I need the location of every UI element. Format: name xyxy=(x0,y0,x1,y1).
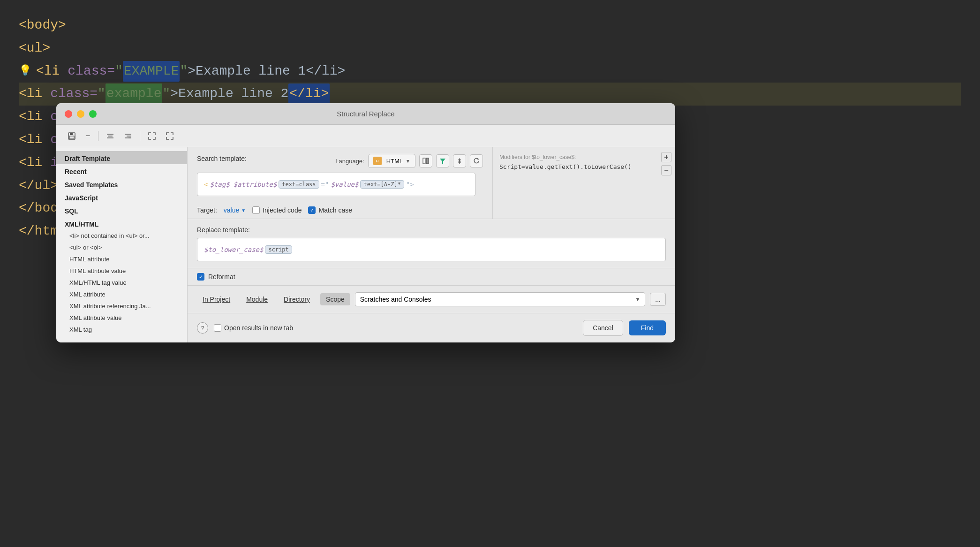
filter-button[interactable] xyxy=(436,154,449,167)
language-controls: Language: H HTML ▼ xyxy=(335,154,483,168)
svg-rect-1 xyxy=(70,133,73,135)
open-results-checkbox-item[interactable]: Open results in new tab xyxy=(214,324,293,332)
reformat-label: Reformat xyxy=(208,273,235,281)
modifiers-section: Modifiers for $to_lower_case$: Script=va… xyxy=(492,147,675,219)
sidebar-item-draft-template[interactable]: Draft Template xyxy=(56,151,187,164)
svg-rect-10 xyxy=(423,158,425,164)
template-var-attr: $attribute$ xyxy=(234,181,277,188)
separator-2 xyxy=(140,131,140,141)
language-dropdown-arrow: ▼ xyxy=(406,159,410,164)
pin-button[interactable] xyxy=(453,154,466,167)
remove-template-button[interactable]: − xyxy=(82,129,94,143)
scope-tab-directory[interactable]: Directory xyxy=(278,293,316,305)
match-case-label: Match case xyxy=(318,206,352,214)
target-value-dropdown[interactable]: value ▼ xyxy=(224,206,246,214)
align-right-button[interactable] xyxy=(120,129,136,143)
collapse-button[interactable] xyxy=(162,129,178,143)
scope-tab-module[interactable]: Module xyxy=(241,293,273,305)
dialog-body: Draft Template Recent Saved Templates Ja… xyxy=(56,147,675,342)
injected-code-checkbox-item[interactable]: Injected code xyxy=(252,206,302,214)
maximize-button[interactable] xyxy=(89,110,97,118)
open-results-checkbox[interactable] xyxy=(214,324,221,332)
code-line-3: 💡 <li class="EXAMPLE" >Example line 1</l… xyxy=(19,60,961,83)
sidebar-item-xmlhtml[interactable]: XML/HTML xyxy=(56,217,187,230)
language-select[interactable]: H HTML ▼ xyxy=(368,154,415,168)
code-line-2: <ul> xyxy=(19,37,961,60)
minimize-button[interactable] xyxy=(77,110,84,118)
scope-dropdown-arrow: ▼ xyxy=(635,296,640,302)
svg-marker-12 xyxy=(440,159,445,164)
target-row: Target: value ▼ Injected code Match case xyxy=(188,202,492,219)
modifiers-content: Modifiers for $to_lower_case$: Script=va… xyxy=(493,147,657,219)
cancel-button[interactable]: Cancel xyxy=(583,320,623,336)
scope-dropdown[interactable]: Scratches and Consoles ▼ xyxy=(355,292,646,306)
dialog-title: Structural Replace xyxy=(337,110,394,118)
separator-1 xyxy=(98,131,98,141)
dialog-footer: ? Open results in new tab Cancel Find xyxy=(188,313,675,342)
add-modifier-button[interactable]: + xyxy=(661,152,671,162)
sidebar-item-html-attribute-value[interactable]: HTML attribute value xyxy=(56,265,187,277)
sidebar-item-html-attribute[interactable]: HTML attribute xyxy=(56,253,187,265)
search-section: Search template: Language: H HTML ▼ xyxy=(188,147,675,219)
modifiers-value: Script=value.getText().toLowerCase() xyxy=(499,163,651,170)
sidebar-item-xmlhtml-tag-value[interactable]: XML/HTML tag value xyxy=(56,277,187,289)
dialog-toolbar: − xyxy=(56,125,675,147)
code-line-4: <li class="example">Example line 2</li> xyxy=(19,83,961,106)
search-template-editor[interactable]: <$tag$ $attribute$ text=class =" $value$… xyxy=(197,173,475,196)
reformat-checkbox[interactable] xyxy=(197,273,204,281)
reformat-row: Reformat xyxy=(188,268,675,286)
language-label: Language: xyxy=(335,158,364,165)
footer-right: Cancel Find xyxy=(583,320,666,336)
help-button[interactable]: ? xyxy=(197,322,208,334)
scope-row: In Project Module Directory Scope Scratc… xyxy=(188,286,675,313)
sidebar-item-xml-attr-ref[interactable]: XML attribute referencing Ja... xyxy=(56,300,187,312)
sidebar-item-xml-attribute-value[interactable]: XML attribute value xyxy=(56,312,187,324)
save-template-button[interactable] xyxy=(64,129,80,143)
expand-button[interactable] xyxy=(144,129,160,143)
language-value: HTML xyxy=(386,158,403,165)
scope-dropdown-value: Scratches and Consoles xyxy=(360,296,431,303)
sidebar-item-xml-tag[interactable]: XML tag xyxy=(56,324,187,335)
scope-more-button[interactable]: ... xyxy=(650,293,666,306)
dialog-titlebar: Structural Replace xyxy=(56,103,675,125)
structural-replace-dialog: Structural Replace − Draft Template Rece… xyxy=(56,103,675,342)
open-results-label: Open results in new tab xyxy=(224,324,293,332)
sidebar-item-sql[interactable]: SQL xyxy=(56,204,187,217)
template-tag: < xyxy=(204,181,208,188)
match-case-checkbox-item[interactable]: Match case xyxy=(308,206,352,214)
scope-tab-scope[interactable]: Scope xyxy=(320,293,350,305)
match-case-checkbox[interactable] xyxy=(308,206,316,214)
target-value-text: value xyxy=(224,206,239,214)
align-center-button[interactable] xyxy=(102,129,118,143)
remove-modifier-button[interactable]: − xyxy=(661,165,671,175)
svg-rect-2 xyxy=(69,136,74,139)
sidebar-item-saved-templates[interactable]: Saved Templates xyxy=(56,177,187,190)
search-left-panel: Search template: Language: H HTML ▼ xyxy=(188,147,492,219)
template-var-tag: $tag$ xyxy=(210,181,229,188)
scope-tab-in-project[interactable]: In Project xyxy=(197,293,236,305)
template-var-value: $value$ xyxy=(331,181,358,188)
template-badge-az: text=[A-Z]* xyxy=(360,180,404,189)
sidebar-item-xml-attribute[interactable]: XML attribute xyxy=(56,289,187,300)
refresh-button[interactable] xyxy=(470,154,483,167)
close-button[interactable] xyxy=(65,110,72,118)
dialog-center-panel: Search template: Language: H HTML ▼ xyxy=(188,147,675,342)
replace-template-editor[interactable]: $to_lower_case$ script xyxy=(197,238,666,261)
modifiers-actions: + − xyxy=(657,147,675,219)
sidebar-item-ul-ol[interactable]: <ul> or <ol> xyxy=(56,242,187,253)
html-icon: H xyxy=(373,157,382,165)
replace-badge-script: script xyxy=(265,245,292,254)
sidebar-item-recent[interactable]: Recent xyxy=(56,164,187,177)
sidebar-item-li-not-in-ul[interactable]: <li> not contained in <ul> or... xyxy=(56,230,187,242)
template-sidebar: Draft Template Recent Saved Templates Ja… xyxy=(56,147,188,342)
replace-template-label: Replace template: xyxy=(197,226,250,234)
injected-code-checkbox[interactable] xyxy=(252,206,260,214)
code-line-1: <body> xyxy=(19,14,961,37)
svg-rect-11 xyxy=(426,158,429,164)
window-controls xyxy=(65,110,97,118)
find-button[interactable]: Find xyxy=(629,320,666,335)
footer-left: ? Open results in new tab xyxy=(197,322,293,334)
sidebar-item-javascript[interactable]: JavaScript xyxy=(56,190,187,204)
toggle-panels-button[interactable] xyxy=(419,154,432,167)
target-dropdown-arrow: ▼ xyxy=(241,208,246,213)
